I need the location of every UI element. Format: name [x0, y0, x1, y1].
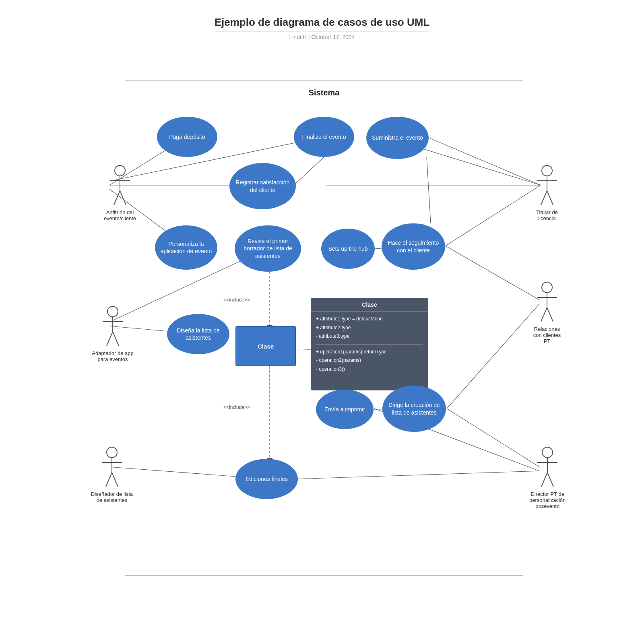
actor-titular-label: Titular de licencia — [530, 209, 564, 221]
use-case-paga-deposito[interactable]: Paga depósito — [157, 117, 217, 157]
operation-1: + operation1(params):returnType — [316, 348, 423, 357]
page: Ejemplo de diagrama de casos de uso UML … — [0, 0, 644, 644]
include-label-2: <<include>> — [223, 405, 250, 410]
actor-arms — [537, 180, 557, 181]
use-case-ediciones-finales[interactable]: Ediciones finales — [235, 459, 298, 499]
actor-director-label: Director PT de personalización posevento — [529, 491, 566, 509]
actor-legs-svg — [535, 473, 559, 489]
use-case-hace-seguimiento[interactable]: Hace el seguimiento con el cliente — [382, 223, 445, 270]
actor-body — [547, 176, 547, 192]
use-case-label: Ediciones finales — [246, 475, 288, 483]
class-header: Clase — [311, 298, 428, 312]
use-case-label: Sets up the hub — [328, 245, 367, 252]
clase-label: Clase — [258, 343, 274, 350]
author-name: Lindi H — [289, 34, 307, 40]
actor-arms — [537, 462, 557, 463]
attribute-2: + attribute2:type — [316, 324, 423, 332]
svg-line-5 — [113, 332, 119, 346]
use-case-label: Hace el seguimiento con el cliente — [386, 239, 441, 254]
actor-titular: Titular de licencia — [530, 165, 564, 221]
operation-2: - operation2(params) — [316, 356, 423, 365]
svg-line-9 — [112, 473, 118, 487]
diagram-title: Ejemplo de diagrama de casos de uso UML — [215, 16, 430, 31]
attribute-3: - attribute3:type — [316, 332, 423, 341]
use-case-diseña-lista[interactable]: Diseña la lista de asistentes — [167, 314, 229, 354]
svg-line-10 — [541, 473, 547, 487]
svg-line-4 — [107, 332, 113, 346]
clase-box-blue[interactable]: Clase — [235, 326, 296, 366]
use-case-label: Dirige la creación de lista de asistente… — [386, 401, 442, 416]
svg-line-6 — [541, 308, 547, 322]
use-case-finaliza-evento[interactable]: Finaliza el evento — [294, 117, 354, 157]
use-case-label: Diseña la lista de asistentes — [171, 327, 225, 341]
actor-legs-svg — [535, 308, 559, 324]
use-case-label: Paga depósito — [169, 133, 205, 140]
operation-3: - operation3() — [316, 365, 423, 374]
header: Ejemplo de diagrama de casos de uso UML … — [215, 16, 430, 40]
attribute-1: + attribute1:type = defaultValue — [316, 315, 423, 324]
actor-body — [547, 458, 548, 473]
actor-head — [541, 282, 553, 293]
svg-line-2 — [541, 191, 547, 205]
actor-body — [112, 317, 113, 332]
svg-line-11 — [547, 473, 553, 487]
use-case-label: Envía a imprimir — [324, 406, 365, 413]
actor-legs-svg — [101, 332, 125, 348]
svg-line-0 — [114, 191, 120, 205]
clase-detail-box[interactable]: Clase + attribute1:type = defaultValue +… — [311, 298, 428, 390]
use-case-label: Finaliza el evento — [302, 133, 346, 140]
diagram-subtitle: Lindi H | October 17, 2024 — [215, 34, 430, 40]
actor-legs-svg — [535, 191, 559, 207]
svg-line-8 — [106, 473, 112, 487]
use-case-registrar-satisfaccion[interactable]: Registrar satisfacción del cliente — [229, 163, 296, 209]
svg-line-7 — [547, 308, 553, 322]
class-attributes: + attribute1:type = defaultValue + attri… — [311, 312, 428, 344]
actor-head — [541, 165, 553, 176]
use-case-label: Revisa el primer borrador de lista de as… — [239, 237, 297, 260]
svg-line-3 — [547, 191, 553, 205]
actor-head — [107, 306, 118, 317]
actor-relaciones-label: Relaciones con clientes PT — [530, 326, 564, 344]
use-case-label: Personaliza la aplicación de evento — [159, 240, 213, 255]
actor-legs-svg — [100, 473, 124, 489]
diagram-date: October 17, 2024 — [311, 34, 355, 40]
use-case-label: Suministra el evento — [372, 134, 423, 141]
system-label: Sistema — [309, 88, 340, 97]
actor-body — [111, 458, 112, 473]
use-case-sets-up-hub[interactable]: Sets up the hub — [321, 229, 375, 269]
actor-body — [120, 176, 120, 192]
use-case-envia-imprimir[interactable]: Envía a imprimir — [316, 390, 374, 429]
actor-head — [106, 447, 118, 458]
actor-head — [542, 447, 553, 458]
actor-director: Director PT de personalización posevento — [529, 447, 566, 509]
use-case-personaliza-app[interactable]: Personaliza la aplicación de evento — [155, 225, 217, 270]
actor-arms — [102, 462, 122, 463]
actor-relaciones: Relaciones con clientes PT — [530, 282, 564, 344]
use-case-label: Registrar satisfacción del cliente — [233, 179, 292, 193]
use-case-revisa-borrador[interactable]: Revisa el primer borrador de lista de as… — [235, 225, 301, 272]
actor-arms — [103, 321, 123, 322]
actor-head — [114, 165, 126, 176]
actor-body — [547, 293, 547, 308]
use-case-dirige-creacion[interactable]: Dirige la creación de lista de asistente… — [382, 386, 446, 432]
use-case-suministra-evento[interactable]: Suministra el evento — [366, 117, 429, 159]
include-label-1: <<include>> — [223, 297, 250, 303]
class-operations: + operation1(params):returnType - operat… — [311, 345, 428, 377]
actor-arms — [537, 297, 557, 298]
